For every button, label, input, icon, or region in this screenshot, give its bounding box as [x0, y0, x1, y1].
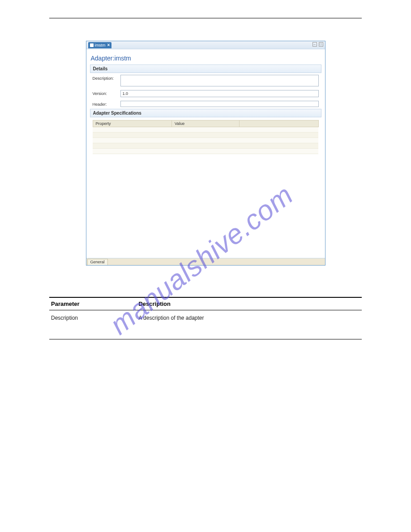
input-version[interactable]: 1.0 — [120, 90, 319, 97]
col-empty[interactable] — [240, 120, 318, 127]
bottom-tab-bar: General — [86, 258, 325, 265]
table-row[interactable] — [93, 149, 318, 154]
tab-general[interactable]: General — [87, 259, 108, 265]
close-icon[interactable]: × — [107, 43, 110, 47]
section-adapter-specs: Adapter Specifications — [90, 109, 321, 117]
label-version: Version: — [93, 90, 120, 96]
col-value[interactable]: Value — [171, 120, 239, 127]
input-header[interactable] — [120, 101, 319, 107]
minimize-icon[interactable]: – — [313, 42, 317, 47]
adapter-title: Adapter:imstm — [90, 52, 321, 64]
window-titlebar: imstm × – □ — [86, 41, 325, 49]
file-icon — [90, 43, 94, 47]
window-controls: – □ — [313, 42, 323, 47]
spec-table-wrap: Property Value — [90, 117, 321, 155]
editor-tab-imstm[interactable]: imstm × — [88, 42, 112, 48]
table-row[interactable] — [93, 127, 318, 133]
table-row[interactable] — [93, 138, 318, 143]
col-property[interactable]: Property — [93, 120, 171, 127]
input-description[interactable] — [120, 75, 319, 86]
page-top-rule — [49, 18, 362, 18]
table-row[interactable] — [93, 133, 318, 138]
row-version: Version: 1.0 — [90, 88, 321, 99]
params-table: Parameter Description Description A desc… — [49, 297, 362, 339]
window-body: Adapter:imstm Details Description: Versi… — [86, 49, 325, 258]
adapter-window: imstm × – □ Adapter:imstm Details Descri… — [86, 41, 325, 266]
col-parameter: Parameter — [49, 297, 137, 310]
blank-area — [90, 155, 321, 258]
desc-cell: A description of the adapter — [137, 310, 362, 339]
table-row[interactable] — [93, 143, 318, 149]
tab-label: imstm — [95, 43, 106, 47]
maximize-icon[interactable]: □ — [319, 42, 323, 47]
col-description: Description — [137, 297, 362, 310]
section-details: Details — [90, 64, 321, 73]
label-description: Description: — [93, 75, 120, 81]
row-description: Description: — [90, 73, 321, 88]
label-header: Header: — [93, 101, 120, 107]
param-cell: Description — [49, 310, 137, 339]
spec-table: Property Value — [93, 120, 319, 154]
row-header: Header: — [90, 99, 321, 109]
